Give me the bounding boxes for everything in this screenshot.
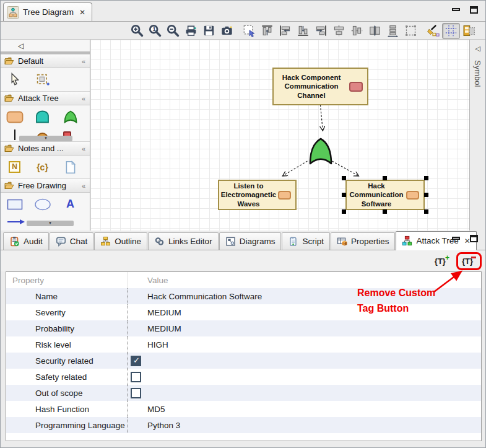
symbol-panel-collapsed[interactable]: ◁ Symbol [469, 40, 485, 231]
edge-root-to-gate[interactable] [320, 105, 323, 131]
tab-audit[interactable]: Audit [3, 232, 49, 250]
document-tool[interactable] [56, 160, 84, 174]
tab-properties[interactable]: Properties [331, 232, 396, 250]
minimize-button[interactable] [452, 8, 460, 11]
bottom-panel: Audit Chat Outline Links Editor Diagrams… [1, 231, 485, 447]
format-painter-button[interactable] [424, 23, 442, 39]
selection-handle[interactable] [424, 193, 428, 197]
attack-tree-icon [402, 235, 412, 246]
selection-handle[interactable] [383, 176, 387, 180]
minimize-button[interactable] [452, 237, 460, 240]
table-row[interactable]: Hash Function MD5 [6, 401, 481, 417]
property-value[interactable]: Python 3 [128, 417, 481, 433]
selection-handle[interactable] [424, 209, 428, 214]
property-label: Name [6, 292, 128, 301]
arrow-tool-icon[interactable] [7, 218, 25, 226]
tab-tree-diagram[interactable]: Tree Diagram ✕ [3, 2, 92, 21]
text-tool[interactable]: A [56, 198, 84, 211]
ellipse-tool[interactable] [28, 198, 56, 211]
tab-outline[interactable]: Outline [94, 232, 147, 250]
edge-gate-to-right[interactable] [332, 161, 358, 176]
connector-tool-icon[interactable] [14, 130, 15, 140]
edge-gate-to-left[interactable] [282, 161, 307, 176]
node-hack-component-communication-channel[interactable]: Hack Component Communication Channel [272, 68, 368, 105]
maximize-button[interactable] [470, 6, 478, 14]
table-row[interactable]: Out of scope [6, 385, 481, 401]
toggle-grid-button[interactable] [442, 23, 460, 39]
property-value[interactable]: MEDIUM [128, 320, 481, 336]
show-palette-button[interactable] [460, 23, 478, 39]
tab-links-editor[interactable]: Links Editor [148, 232, 219, 250]
property-value[interactable]: HIGH [128, 336, 481, 353]
zoom-in-button[interactable] [128, 23, 146, 39]
auto-resize-button[interactable] [402, 23, 420, 39]
tab-diagrams[interactable]: Diagrams [219, 232, 282, 250]
tab-script[interactable]: Script [282, 232, 330, 250]
pin-section-icon[interactable]: « [82, 145, 85, 152]
align-right-button[interactable] [312, 23, 330, 39]
column-header-property[interactable]: Property [6, 276, 128, 285]
pin-section-icon[interactable]: « [82, 182, 85, 190]
property-label: Security related [6, 356, 128, 366]
or-gate-tool[interactable] [56, 110, 84, 123]
table-row[interactable]: Probability MEDIUM [6, 320, 481, 336]
orange-badge [278, 191, 291, 200]
marquee-tool[interactable] [28, 72, 56, 87]
distribute-boxes-button[interactable] [384, 23, 402, 39]
tab-chat[interactable]: Chat [50, 232, 94, 250]
table-row[interactable]: Programming Language Python 3 [6, 417, 481, 433]
save-icon [202, 24, 215, 37]
align-bottom-icon [297, 24, 310, 37]
and-gate-tool[interactable] [28, 110, 56, 123]
zoom-original-button[interactable]: 1 [146, 23, 164, 39]
maximize-button[interactable] [470, 235, 478, 242]
palette-collapse-icon[interactable]: ◁ [18, 42, 24, 50]
selection-handle[interactable] [342, 176, 346, 180]
select-tool[interactable] [1, 72, 28, 87]
print-button[interactable] [182, 23, 200, 39]
pin-section-icon[interactable]: « [82, 95, 85, 102]
align-left-button[interactable] [276, 23, 294, 39]
screenshot-button[interactable] [218, 23, 236, 39]
constraint-tool[interactable]: {c} [28, 162, 56, 172]
selection-handle[interactable] [342, 209, 346, 214]
align-top-button[interactable] [258, 23, 276, 39]
marquee-select-button[interactable] [240, 23, 258, 39]
save-button[interactable] [200, 23, 218, 39]
close-tab-icon[interactable]: ✕ [79, 8, 85, 17]
align-center-horizontal-button[interactable] [330, 23, 348, 39]
table-row[interactable]: Safety related [6, 369, 481, 385]
zoom-out-button[interactable] [164, 23, 182, 39]
align-bottom-button[interactable] [294, 23, 312, 39]
remove-custom-tag-button[interactable]: {T} [460, 255, 478, 267]
palette-section-default[interactable]: Default « [1, 54, 90, 68]
palette-section-notes[interactable]: Notes and ... « [1, 141, 90, 156]
out-of-scope-checkbox[interactable] [131, 388, 141, 398]
palette-overflow-bar[interactable]: ▾ [19, 136, 72, 141]
palette-overflow-bar[interactable]: ▾ [27, 221, 74, 226]
attack-node-tool[interactable] [1, 111, 28, 123]
tab-label: Audit [24, 237, 43, 246]
selection-handle[interactable] [342, 193, 346, 197]
table-row[interactable]: Security related [6, 353, 481, 369]
diagram-canvas[interactable]: Hack Component Communication Channel Lis… [90, 40, 469, 231]
node-listen-to-electromagnetic-waves[interactable]: Listen to Electromagnetic Waves [218, 180, 297, 210]
note-tool[interactable]: N [1, 161, 28, 173]
selection-handle[interactable] [424, 176, 428, 180]
match-size-button[interactable] [366, 23, 384, 39]
align-center-vertical-button[interactable] [348, 23, 366, 39]
node-hack-communication-software[interactable]: Hack Communication Software [345, 180, 425, 210]
rectangle-tool[interactable] [1, 199, 28, 210]
add-custom-tag-button[interactable]: {T} + [433, 255, 451, 267]
expand-symbol-panel-icon[interactable]: ◁ [475, 45, 480, 53]
or-gate[interactable] [308, 137, 333, 165]
annotation-line-2: Tag Button [357, 301, 435, 316]
pin-section-icon[interactable]: « [82, 58, 85, 65]
table-row[interactable]: Risk level HIGH [6, 336, 481, 353]
palette-section-free-drawing[interactable]: Free Drawing « [1, 178, 90, 193]
selection-handle[interactable] [383, 209, 387, 214]
palette-section-attack-tree[interactable]: Attack Tree « [1, 91, 90, 105]
security-related-checkbox[interactable] [131, 356, 141, 366]
safety-related-checkbox[interactable] [131, 372, 141, 382]
property-value[interactable]: MD5 [128, 401, 481, 417]
